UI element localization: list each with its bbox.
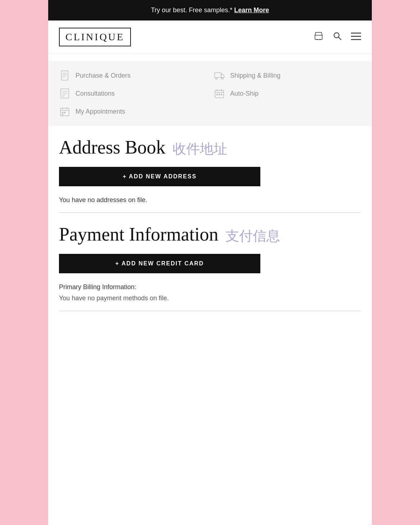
nav-item-consultations[interactable]: Consultations (59, 88, 206, 99)
svg-rect-26 (221, 94, 222, 95)
primary-billing-label: Primary Billing Information: (59, 283, 361, 291)
address-book-title: Address Book (59, 137, 165, 158)
auto-ship-label: Auto-Ship (230, 90, 259, 97)
payment-divider (59, 311, 361, 311)
svg-rect-32 (64, 112, 65, 113)
svg-rect-25 (219, 94, 220, 95)
nav-item-purchase-orders[interactable]: Purchase & Orders (59, 70, 206, 81)
svg-rect-11 (215, 73, 221, 78)
main-content: Address Book 收件地址 + ADD NEW ADDRESS You … (48, 126, 372, 325)
menu-icon[interactable] (351, 32, 361, 43)
consultations-label: Consultations (76, 90, 115, 97)
banner-text: Try our best. Free samples.* (151, 6, 232, 14)
payment-section: Payment Information 支付信息 + ADD NEW CREDI… (59, 224, 361, 311)
nav-grid: Purchase & Orders Shipping & Billing (59, 70, 361, 117)
auto-ship-icon (214, 88, 225, 99)
svg-rect-31 (62, 112, 63, 113)
my-appointments-label: My Appointments (76, 108, 125, 115)
add-new-credit-card-button[interactable]: + ADD NEW CREDIT CARD (59, 254, 260, 273)
payment-title-chinese: 支付信息 (225, 227, 280, 245)
shipping-billing-icon (214, 70, 225, 81)
shipping-billing-label: Shipping & Billing (230, 72, 280, 79)
no-payment-text: You have no payment methods on file. (59, 295, 361, 302)
payment-title: Payment Information (59, 224, 218, 245)
svg-point-2 (334, 33, 339, 38)
svg-rect-7 (61, 71, 68, 80)
purchase-orders-label: Purchase & Orders (76, 72, 131, 79)
svg-point-1 (320, 39, 321, 40)
nav-menu: Purchase & Orders Shipping & Billing (48, 61, 372, 126)
nav-item-my-appointments[interactable]: My Appointments (59, 106, 206, 117)
purchase-orders-icon (59, 70, 70, 81)
payment-header: Payment Information 支付信息 (59, 224, 361, 245)
logo: CLINIQUE (59, 28, 131, 46)
svg-line-3 (339, 37, 342, 40)
search-icon[interactable] (332, 31, 342, 44)
consultations-icon (59, 88, 70, 99)
my-appointments-icon (59, 106, 70, 117)
nav-item-shipping-billing[interactable]: Shipping & Billing (214, 70, 361, 81)
svg-point-13 (216, 78, 218, 79)
top-banner: Try our best. Free samples.* Learn More (48, 0, 372, 20)
nav-item-auto-ship[interactable]: Auto-Ship (214, 88, 361, 99)
header-icons (314, 31, 361, 44)
address-book-header: Address Book 收件地址 (59, 137, 361, 158)
svg-rect-33 (62, 114, 63, 115)
svg-point-0 (317, 39, 318, 40)
svg-marker-12 (221, 74, 224, 78)
svg-point-14 (222, 78, 223, 79)
svg-rect-24 (216, 94, 218, 95)
add-new-address-button[interactable]: + ADD NEW ADDRESS (59, 167, 260, 186)
address-book-title-chinese: 收件地址 (173, 140, 227, 158)
bottom-padding (48, 325, 372, 354)
learn-more-link[interactable]: Learn More (234, 6, 269, 14)
no-address-text: You have no addresses on file. (59, 196, 361, 204)
header: CLINIQUE (48, 20, 372, 54)
svg-rect-15 (61, 89, 69, 98)
cart-icon[interactable] (314, 31, 324, 44)
address-divider (59, 213, 361, 213)
